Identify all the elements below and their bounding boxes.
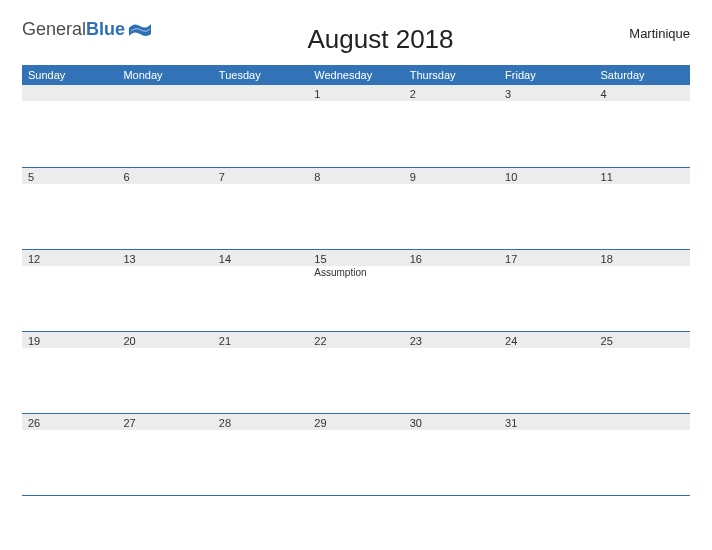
day-cell: 13	[117, 249, 212, 331]
header: GeneralBlue August 2018 Martinique	[22, 20, 690, 55]
day-cell: 9	[404, 167, 499, 249]
day-event	[213, 101, 308, 103]
day-event	[308, 430, 403, 432]
day-cell: 20	[117, 331, 212, 413]
day-event	[213, 430, 308, 432]
day-cell: 23	[404, 331, 499, 413]
day-number: 23	[404, 332, 499, 348]
day-number: 9	[404, 168, 499, 184]
day-event: Assumption	[308, 266, 403, 279]
day-number: 19	[22, 332, 117, 348]
day-number: 26	[22, 414, 117, 430]
day-number: 27	[117, 414, 212, 430]
day-event	[499, 430, 594, 432]
day-cell: 22	[308, 331, 403, 413]
day-number: 18	[595, 250, 690, 266]
day-event	[404, 266, 499, 268]
day-number: 30	[404, 414, 499, 430]
day-header: Wednesday	[308, 65, 403, 85]
day-number: 7	[213, 168, 308, 184]
day-number: 5	[22, 168, 117, 184]
day-number: 10	[499, 168, 594, 184]
day-number	[117, 85, 212, 101]
day-header: Monday	[117, 65, 212, 85]
day-cell: 8	[308, 167, 403, 249]
calendar-body: 1 2 3 4 5 6 7 8 9 10 11 12 13 14 15Assum…	[22, 85, 690, 495]
week-row: 5 6 7 8 9 10 11	[22, 167, 690, 249]
day-number: 1	[308, 85, 403, 101]
day-number: 2	[404, 85, 499, 101]
day-event	[499, 184, 594, 186]
day-cell: 26	[22, 413, 117, 495]
day-cell: 10	[499, 167, 594, 249]
day-cell: 28	[213, 413, 308, 495]
day-event	[213, 184, 308, 186]
day-event	[308, 348, 403, 350]
day-event	[404, 101, 499, 103]
day-number: 24	[499, 332, 594, 348]
day-event	[22, 348, 117, 350]
day-event	[499, 348, 594, 350]
day-cell	[117, 85, 212, 167]
day-event	[213, 348, 308, 350]
logo-word-general: General	[22, 19, 86, 39]
day-number: 8	[308, 168, 403, 184]
day-event	[117, 184, 212, 186]
page-title: August 2018	[151, 24, 610, 55]
day-cell: 31	[499, 413, 594, 495]
day-number: 28	[213, 414, 308, 430]
day-event	[404, 348, 499, 350]
day-event	[117, 266, 212, 268]
day-cell: 16	[404, 249, 499, 331]
day-cell: 29	[308, 413, 403, 495]
day-number: 25	[595, 332, 690, 348]
day-event	[595, 184, 690, 186]
day-event	[22, 430, 117, 432]
day-number: 6	[117, 168, 212, 184]
day-cell: 12	[22, 249, 117, 331]
day-number: 17	[499, 250, 594, 266]
day-header-row: Sunday Monday Tuesday Wednesday Thursday…	[22, 65, 690, 85]
day-number: 20	[117, 332, 212, 348]
day-event	[499, 266, 594, 268]
day-event	[308, 184, 403, 186]
day-cell: 19	[22, 331, 117, 413]
day-event	[595, 430, 690, 432]
week-row: 12 13 14 15Assumption 16 17 18	[22, 249, 690, 331]
day-event	[117, 430, 212, 432]
day-header: Sunday	[22, 65, 117, 85]
day-number: 22	[308, 332, 403, 348]
day-event	[595, 101, 690, 103]
day-event	[213, 266, 308, 268]
day-cell	[22, 85, 117, 167]
day-cell: 27	[117, 413, 212, 495]
day-event	[22, 184, 117, 186]
logo-word-blue: Blue	[86, 19, 125, 39]
day-event	[117, 101, 212, 103]
day-number	[213, 85, 308, 101]
day-cell	[213, 85, 308, 167]
day-event	[404, 184, 499, 186]
day-cell: 2	[404, 85, 499, 167]
day-cell: 25	[595, 331, 690, 413]
day-event	[22, 101, 117, 103]
calendar: Sunday Monday Tuesday Wednesday Thursday…	[22, 65, 690, 496]
day-header: Friday	[499, 65, 594, 85]
day-cell: 5	[22, 167, 117, 249]
day-event	[22, 266, 117, 268]
day-number: 29	[308, 414, 403, 430]
wave-icon	[129, 22, 151, 42]
day-cell: 7	[213, 167, 308, 249]
day-cell	[595, 413, 690, 495]
day-number: 16	[404, 250, 499, 266]
day-number: 11	[595, 168, 690, 184]
logo: GeneralBlue	[22, 20, 151, 42]
day-cell: 21	[213, 331, 308, 413]
day-cell: 4	[595, 85, 690, 167]
day-event	[595, 266, 690, 268]
day-cell: 14	[213, 249, 308, 331]
day-event	[308, 101, 403, 103]
logo-text: GeneralBlue	[22, 20, 125, 38]
day-cell: 6	[117, 167, 212, 249]
day-event	[499, 101, 594, 103]
